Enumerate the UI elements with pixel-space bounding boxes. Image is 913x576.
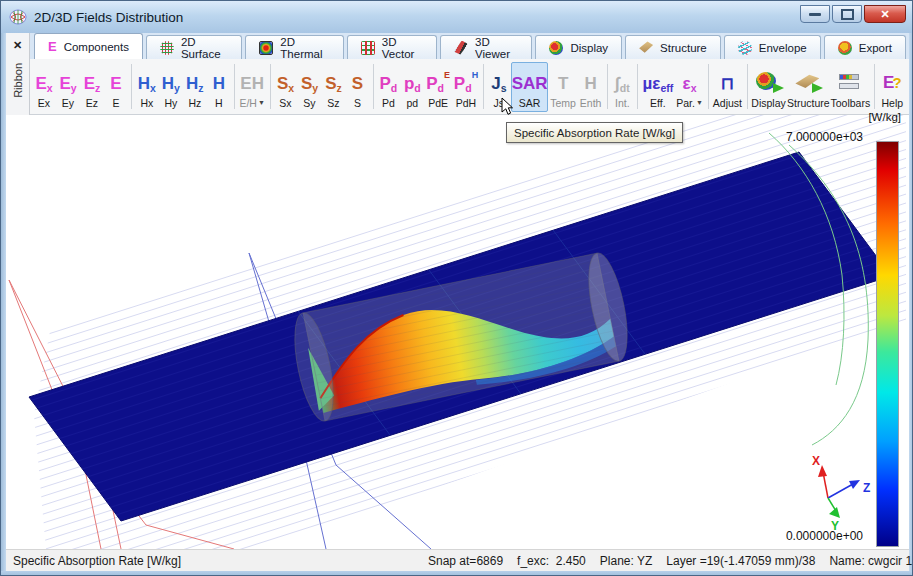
toolbar-button-structure[interactable]: Structure bbox=[787, 62, 830, 112]
close-button[interactable]: ✕ bbox=[864, 5, 906, 23]
tab-label: 2D Thermal bbox=[280, 36, 329, 60]
toolbar-separator bbox=[637, 64, 638, 109]
toolbar-button-eff[interactable]: µεeff Eff. bbox=[641, 62, 674, 112]
enthalpy-icon: H bbox=[584, 68, 596, 94]
toolbar-button-h[interactable]: H H bbox=[207, 62, 231, 112]
ribbon-rail: ✕ Ribbon bbox=[6, 33, 30, 115]
colorbar-scale bbox=[876, 141, 899, 547]
window-title: 2D/3D Fields Distribution bbox=[34, 10, 183, 25]
window-frame-right bbox=[909, 33, 913, 571]
maximize-button[interactable] bbox=[832, 5, 862, 23]
toolbar-button-pd-lower[interactable]: pd pd bbox=[400, 62, 424, 112]
toolbar-button-temp[interactable]: T Temp bbox=[548, 62, 577, 112]
x-axis-label: X bbox=[812, 454, 820, 468]
ey-component-icon: Ey bbox=[59, 68, 76, 94]
mouse-cursor bbox=[501, 97, 515, 117]
minimize-icon bbox=[809, 13, 821, 16]
structure-slab-icon bbox=[639, 41, 653, 55]
toolbar-separator bbox=[270, 64, 271, 109]
toolbar-button-hz[interactable]: Hz Hz bbox=[183, 62, 207, 112]
export-mesh-icon bbox=[838, 41, 852, 55]
toolbar-button-sy[interactable]: Sy Sy bbox=[298, 62, 322, 112]
field-3d-scene: X Z Y bbox=[6, 115, 909, 549]
toolbar-separator bbox=[708, 64, 709, 109]
tab-label: Components bbox=[64, 41, 129, 53]
close-icon: ✕ bbox=[880, 8, 889, 21]
toolbar-button-par[interactable]: εx Par.▼ bbox=[675, 62, 705, 112]
ribbon-close-button[interactable]: ✕ bbox=[8, 35, 28, 55]
toolbar-button-int[interactable]: ∫dt Int. bbox=[610, 62, 634, 112]
toolbar-button-sar[interactable]: SAR SAR bbox=[511, 62, 549, 112]
tab-3d-vector[interactable]: 3D Vector bbox=[347, 35, 437, 59]
app-mesh-icon bbox=[9, 8, 27, 26]
toolbar-button-s[interactable]: S S bbox=[346, 62, 370, 112]
tab-envelope[interactable]: Envelope bbox=[724, 35, 821, 59]
colorbar-min-value: 0.000000e+00 bbox=[756, 529, 863, 543]
title-bar: 2D/3D Fields Distribution ✕ bbox=[1, 1, 913, 33]
hz-component-icon: Hz bbox=[186, 68, 204, 94]
toolbar-button-toolbars[interactable]: Toolbars bbox=[830, 62, 871, 112]
toolbar-button-hx[interactable]: Hx Hx bbox=[135, 62, 159, 112]
tab-label: Envelope bbox=[759, 42, 807, 54]
toolbar-separator bbox=[874, 64, 875, 109]
js-current-icon: Js bbox=[491, 68, 506, 94]
toolbar-button-ez[interactable]: Ez Ez bbox=[80, 62, 104, 112]
ribbon-tab-bar: E Components 2D Surface 2D Thermal 3D Ve… bbox=[30, 33, 909, 59]
minimize-button[interactable] bbox=[800, 5, 830, 23]
toolbar-button-pd[interactable]: Pd Pd bbox=[376, 62, 400, 112]
tab-label: 2D Surface bbox=[181, 36, 228, 60]
z-axis-label: Z bbox=[863, 481, 870, 495]
toolbar-button-eh-ratio[interactable]: EH E/H▼ bbox=[238, 62, 267, 112]
tab-2d-surface[interactable]: 2D Surface bbox=[146, 35, 242, 59]
sar-tooltip: Specific Absorption Rate [W/kg] bbox=[506, 122, 683, 143]
toolbar-button-sx[interactable]: Sx Sx bbox=[274, 62, 298, 112]
field-3d-viewport[interactable]: X Z Y bbox=[6, 115, 909, 549]
status-name: Name: cwgcir 1/1 bbox=[822, 554, 913, 568]
toolbar-button-display[interactable]: Display bbox=[750, 62, 786, 112]
pd-icon: Pd bbox=[379, 68, 397, 94]
ex-component-icon: Ex bbox=[35, 68, 52, 94]
tab-3d-viewer[interactable]: 3D Viewer bbox=[440, 35, 532, 59]
window-frame-bottom bbox=[1, 571, 913, 576]
vector-field-icon bbox=[361, 41, 375, 55]
toolbar-button-pdh[interactable]: PdH PdH bbox=[452, 62, 480, 112]
dropdown-arrow-icon: ▼ bbox=[696, 99, 703, 106]
status-bar: Specific Absorption Rate [W/kg] Snap at=… bbox=[6, 549, 909, 571]
toolbar-button-hy[interactable]: Hy Hy bbox=[159, 62, 183, 112]
toolbar-button-pde[interactable]: PdE PdE bbox=[424, 62, 452, 112]
toolbar-button-ex[interactable]: Ex Ex bbox=[32, 62, 56, 112]
toolbar-button-sz[interactable]: Sz Sz bbox=[322, 62, 346, 112]
app-window: 2D/3D Fields Distribution ✕ ✕ Ribbon E C… bbox=[0, 0, 913, 576]
pdh-icon: PdH bbox=[454, 68, 478, 94]
toolbar-button-adjust[interactable]: ⊓ Adjust bbox=[711, 62, 743, 112]
pulse-adjust-icon: ⊓ bbox=[721, 68, 734, 94]
hy-component-icon: Hy bbox=[162, 68, 180, 94]
envelope-mesh-icon bbox=[738, 41, 752, 55]
toolbar-button-enth[interactable]: H Enth bbox=[578, 62, 604, 112]
pd-lower-icon: pd bbox=[404, 68, 421, 94]
ribbon-rail-label: Ribbon bbox=[12, 63, 24, 98]
viewer-slice-icon bbox=[454, 41, 468, 55]
temperature-icon: T bbox=[558, 68, 568, 94]
toolbar-button-ey[interactable]: Ey Ey bbox=[56, 62, 80, 112]
tab-label: Structure bbox=[660, 42, 707, 54]
display-mesh-icon bbox=[549, 41, 563, 55]
mesh-surface-icon bbox=[160, 41, 174, 55]
status-f-exc: f_exc: 2.450 bbox=[510, 554, 593, 568]
status-field-name: Specific Absorption Rate [W/kg] bbox=[6, 554, 421, 568]
toolbar-separator bbox=[607, 64, 608, 109]
display-mesh-icon bbox=[756, 72, 782, 94]
tab-2d-thermal[interactable]: 2D Thermal bbox=[245, 35, 343, 59]
tab-export[interactable]: Export bbox=[824, 35, 906, 59]
tab-components[interactable]: E Components bbox=[34, 33, 143, 59]
structure-slab-icon bbox=[795, 72, 821, 94]
status-snap: Snap at=6869 bbox=[421, 554, 510, 568]
s-total-icon: S bbox=[352, 68, 363, 94]
dropdown-arrow-icon: ▼ bbox=[258, 99, 265, 106]
tab-structure[interactable]: Structure bbox=[625, 35, 721, 59]
status-plane: Plane: YZ bbox=[593, 554, 659, 568]
toolbar-button-e[interactable]: E E bbox=[104, 62, 128, 112]
tab-display[interactable]: Display bbox=[535, 35, 622, 59]
tab-label: Display bbox=[570, 42, 608, 54]
toolbar-button-help[interactable]: E? Help bbox=[878, 62, 907, 112]
